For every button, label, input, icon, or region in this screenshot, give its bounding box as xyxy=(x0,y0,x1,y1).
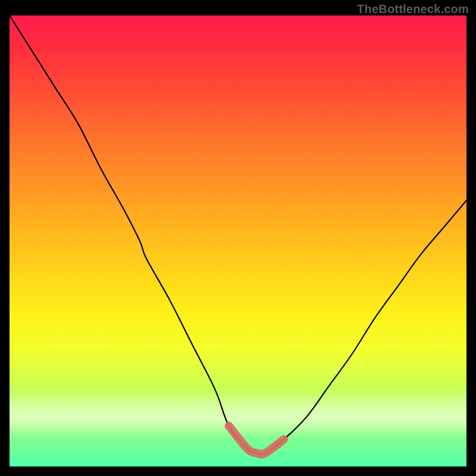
good-region-band-path xyxy=(229,426,284,455)
plot-frame xyxy=(10,15,466,466)
chart-stage: TheBottleneck.com xyxy=(0,0,476,476)
watermark-text: TheBottleneck.com xyxy=(357,2,469,16)
curve-svg xyxy=(10,15,466,466)
bottleneck-curve-path xyxy=(10,15,466,454)
